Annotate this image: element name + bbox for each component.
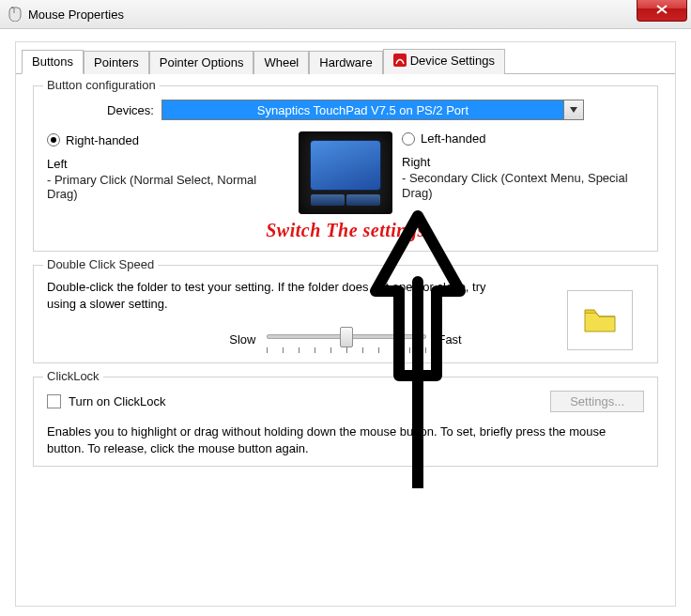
radio-right-handed[interactable]: Right-handed xyxy=(47,133,139,147)
touchpad-surface-icon xyxy=(310,140,381,191)
devices-selected: Synaptics TouchPad V7.5 on PS/2 Port xyxy=(161,100,564,120)
clicklock-checkbox[interactable]: Turn on ClickLock xyxy=(47,394,166,408)
clicklock-settings-button: Settings... xyxy=(550,391,644,412)
right-title: Right xyxy=(402,155,644,169)
right-column: Left-handed Right - Secondary Click (Con… xyxy=(402,131,644,200)
mouse-properties-window: Mouse Properties Buttons Pointers Pointe… xyxy=(0,0,691,616)
radio-dot-icon xyxy=(47,133,60,146)
double-click-slider[interactable] xyxy=(267,325,426,353)
double-click-text: Double-click the folder to test your set… xyxy=(47,279,516,312)
tab-label: Pointer Options xyxy=(160,55,244,69)
tab-label: Device Settings xyxy=(410,54,495,68)
tab-hardware[interactable]: Hardware xyxy=(309,51,382,74)
slow-label: Slow xyxy=(229,332,255,346)
fast-label: Fast xyxy=(438,332,461,346)
tab-pointer-options[interactable]: Pointer Options xyxy=(149,51,254,74)
left-desc: - Primary Click (Normal Select, Normal D… xyxy=(47,173,289,202)
tab-strip: Buttons Pointers Pointer Options Wheel H… xyxy=(16,42,675,74)
close-icon xyxy=(656,5,668,14)
window-title: Mouse Properties xyxy=(28,8,124,22)
folder-icon xyxy=(583,307,617,333)
double-click-test-folder[interactable] xyxy=(567,290,633,350)
mouse-icon xyxy=(6,6,23,23)
tab-pane-buttons: Button configuration Devices: Synaptics … xyxy=(16,74,675,491)
radio-label: Left-handed xyxy=(421,131,485,146)
left-column: Right-handed Left - Primary Click (Norma… xyxy=(47,131,289,202)
left-title: Left xyxy=(47,157,289,171)
tab-label: Wheel xyxy=(264,55,299,69)
devices-combobox[interactable]: Synaptics TouchPad V7.5 on PS/2 Port xyxy=(161,100,584,120)
checkbox-icon xyxy=(47,394,61,408)
combo-arrow[interactable] xyxy=(564,100,584,120)
touchpad-buttons-icon xyxy=(311,194,380,206)
right-desc: - Secondary Click (Context Menu, Special… xyxy=(402,171,644,200)
devices-row: Devices: Synaptics TouchPad V7.5 on PS/2… xyxy=(47,100,644,120)
clicklock-description: Enables you to highlight or drag without… xyxy=(47,424,644,456)
radio-dot-icon xyxy=(402,132,415,146)
group-clicklock: ClickLock Turn on ClickLock Settings... … xyxy=(33,377,658,467)
legend: Button configuration xyxy=(43,78,160,92)
tab-buttons[interactable]: Buttons xyxy=(22,50,84,74)
radio-left-handed[interactable]: Left-handed xyxy=(402,131,485,146)
tab-label: Hardware xyxy=(319,55,372,69)
legend: Double Click Speed xyxy=(43,257,158,271)
legend: ClickLock xyxy=(43,369,103,383)
radio-label: Right-handed xyxy=(66,133,139,147)
touchpad-illustration xyxy=(299,131,392,214)
tab-label: Buttons xyxy=(32,54,73,69)
tab-device-settings[interactable]: Device Settings xyxy=(383,49,505,74)
group-double-click-speed: Double Click Speed Double-click the fold… xyxy=(33,265,658,363)
dialog-client: Buttons Pointers Pointer Options Wheel H… xyxy=(15,41,676,607)
tab-wheel[interactable]: Wheel xyxy=(253,51,309,74)
close-button[interactable] xyxy=(637,0,687,22)
tab-pointers[interactable]: Pointers xyxy=(84,51,149,74)
tab-label: Pointers xyxy=(94,55,139,69)
handedness-row: Right-handed Left - Primary Click (Norma… xyxy=(47,131,644,214)
annotation-text: Switch The settings xyxy=(47,220,644,241)
chevron-down-icon xyxy=(570,107,577,113)
checkbox-label: Turn on ClickLock xyxy=(69,394,166,408)
slider-ticks xyxy=(267,347,426,353)
titlebar: Mouse Properties xyxy=(0,0,691,29)
devices-label: Devices: xyxy=(107,103,154,117)
group-button-configuration: Button configuration Devices: Synaptics … xyxy=(33,85,658,252)
synaptics-icon xyxy=(393,54,407,69)
slider-thumb[interactable] xyxy=(340,327,353,347)
